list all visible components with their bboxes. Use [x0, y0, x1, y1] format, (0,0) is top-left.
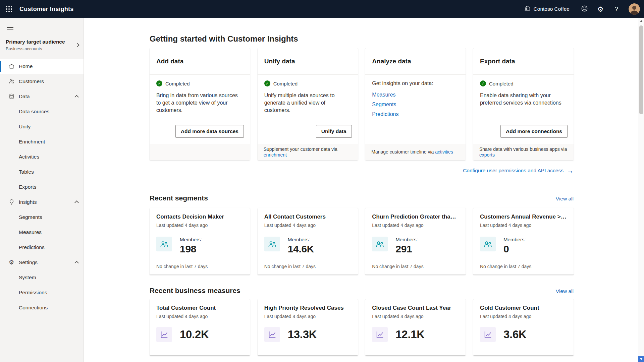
member-count: 0 [503, 243, 526, 255]
line-chart-icon [372, 327, 388, 342]
line-chart-icon [264, 327, 280, 342]
unify-data-button[interactable]: Unify data [316, 125, 352, 138]
status-badge: ✓ Completed [156, 80, 243, 86]
customers-icon [8, 78, 15, 84]
measure-card[interactable]: High Priority Resolved Cases Last update… [258, 299, 358, 355]
card-body-text: Get insights on your data: [372, 80, 459, 86]
sidebar-item-segments[interactable]: Segments [0, 209, 84, 225]
card-footer [150, 144, 250, 160]
app-title: Customer Insights [19, 6, 73, 13]
member-count: 291 [395, 243, 418, 255]
environment-picker-button[interactable]: Contoso Coffee [517, 0, 576, 18]
gear-icon: ⚙ [597, 6, 604, 13]
sidebar-item-customers[interactable]: Customers [0, 74, 84, 89]
settings-button[interactable]: ⚙ [592, 0, 608, 18]
chevron-up-icon [74, 261, 79, 265]
line-chart-icon [156, 327, 172, 342]
sidebar-item-measures[interactable]: Measures [0, 225, 84, 240]
avatar [629, 3, 640, 15]
segments-link[interactable]: Segments [372, 101, 459, 108]
measure-card[interactable]: Gold Customer Count Last updated 4 days … [473, 299, 574, 355]
section-title-recent-measures: Recent business measures [150, 287, 240, 295]
measure-value: 10.2K [180, 328, 209, 341]
app-launcher-button[interactable] [0, 0, 18, 18]
sidebar-item-system[interactable]: System [0, 270, 84, 285]
add-more-connections-button[interactable]: Add more connections [500, 125, 568, 138]
status-badge: ✓ Completed [480, 80, 567, 86]
sidebar-item-predictions[interactable]: Predictions [0, 240, 84, 255]
line-chart-icon [480, 327, 496, 342]
chevron-up-icon [74, 95, 79, 99]
activities-link[interactable]: activities [435, 149, 453, 155]
measure-card[interactable]: Total Customer Count Last updated 4 days… [150, 299, 250, 355]
card-footer: Supplement your customer data via enrich… [258, 144, 358, 160]
audience-subtitle: Business accounts [6, 46, 65, 51]
people-group-icon [480, 237, 496, 251]
hamburger-icon [7, 26, 15, 31]
completed-check-icon: ✓ [264, 80, 270, 86]
page-title: Getting started with Customer Insights [150, 34, 574, 44]
scrollbar-up-button[interactable] [638, 18, 644, 24]
smiley-icon [581, 5, 588, 13]
measures-link[interactable]: Measures [372, 92, 459, 98]
database-icon [8, 93, 15, 100]
audience-picker[interactable]: Primary target audience Business account… [0, 39, 84, 57]
card-body-text: Bring in data from various sources to ge… [156, 92, 243, 114]
people-group-icon [264, 237, 280, 251]
status-badge: ✓ Completed [264, 80, 351, 86]
enrichment-link[interactable]: enrichment [264, 152, 287, 158]
sidebar-item-permissions[interactable]: Permissions [0, 285, 84, 300]
sidebar-item-unify[interactable]: Unify [0, 119, 84, 134]
scrollbar-thumb[interactable] [639, 25, 643, 114]
chevron-right-icon [75, 43, 79, 47]
measure-value: 12.1K [395, 328, 425, 341]
measure-value: 3.6K [503, 328, 527, 341]
card-add-data: Add data ✓ Completed Bring in data from … [150, 48, 250, 160]
exports-link[interactable]: exports [479, 152, 495, 158]
segment-card[interactable]: Customers Annual Revenue > $1M Last upda… [473, 208, 574, 275]
help-button[interactable]: ? [608, 0, 625, 18]
triangle-up-icon [640, 20, 643, 22]
account-button[interactable] [625, 0, 644, 18]
sidebar-item-exports[interactable]: Exports [0, 179, 84, 194]
sidebar-item-connections[interactable]: Connections [0, 300, 84, 315]
sidebar-item-enrichment[interactable]: Enrichment [0, 134, 84, 149]
sidebar-nav: Home Customers Data Data sources Unify E… [0, 59, 84, 315]
help-icon: ? [615, 6, 618, 13]
card-title: Unify data [264, 58, 295, 65]
building-icon [524, 5, 531, 13]
card-analyze-data: Analyze data Get insights on your data: … [365, 48, 466, 160]
waffle-icon [6, 6, 12, 12]
segment-card[interactable]: Churn Prediction Greater than 90% Last u… [365, 208, 466, 275]
sidebar-item-settings[interactable]: ⚙ Settings [0, 255, 84, 270]
sidebar-collapse-button[interactable] [5, 22, 17, 34]
add-more-data-sources-button[interactable]: Add more data sources [175, 125, 244, 138]
sidebar-item-data[interactable]: Data [0, 89, 84, 104]
feedback-button[interactable] [576, 0, 592, 18]
sidebar-item-data-sources[interactable]: Data sources [0, 104, 84, 119]
segment-card[interactable]: All Contact Customers Last updated 4 day… [258, 208, 358, 275]
measure-cards: Total Customer Count Last updated 4 days… [150, 299, 574, 355]
predictions-link[interactable]: Predictions [372, 111, 459, 118]
people-group-icon [372, 237, 388, 251]
sidebar-item-home[interactable]: Home [0, 59, 84, 74]
member-count: 14.6K [288, 243, 314, 255]
view-all-segments-link[interactable]: View all [556, 196, 574, 202]
measure-card[interactable]: Closed Case Count Last Year Last updated… [365, 299, 466, 355]
configure-permissions-link[interactable]: Configure user permissions and API acces… [463, 167, 574, 174]
getting-started-cards: Add data ✓ Completed Bring in data from … [150, 48, 574, 160]
sidebar-item-insights[interactable]: Insights [0, 194, 84, 209]
section-title-recent-segments: Recent segments [150, 194, 208, 202]
card-export-data: Export data ✓ Completed Enable data shar… [473, 48, 574, 160]
main-content: Getting started with Customer Insights A… [84, 18, 638, 362]
scrollbar[interactable] [638, 18, 644, 362]
triangle-down-icon [640, 358, 643, 360]
view-all-measures-link[interactable]: View all [556, 288, 574, 294]
scrollbar-down-button[interactable] [638, 356, 644, 362]
arrow-right-icon: → [567, 167, 574, 174]
sidebar-item-activities[interactable]: Activities [0, 149, 84, 164]
app-header: Customer Insights Contoso Coffee [0, 0, 644, 18]
sidebar-item-tables[interactable]: Tables [0, 164, 84, 179]
measure-value: 13.3K [288, 328, 317, 341]
segment-card[interactable]: Contacts Decision Maker Last updated 4 d… [150, 208, 250, 275]
